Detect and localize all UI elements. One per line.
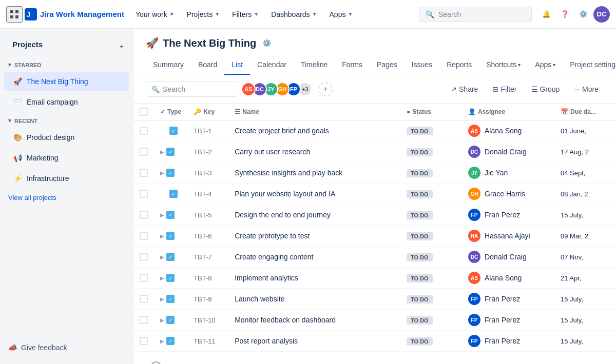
row-checkbox[interactable] — [140, 337, 148, 345]
issue-name[interactable]: Create prototype to test — [235, 232, 310, 240]
tab-board[interactable]: Board — [191, 55, 224, 75]
row-checkbox[interactable] — [140, 190, 148, 198]
tab-timeline[interactable]: Timeline — [294, 55, 335, 75]
sidebar-item-marketing[interactable]: 📢 Marketing — [4, 149, 129, 167]
row-checkbox[interactable] — [140, 253, 148, 261]
status-badge[interactable]: TO DO — [407, 316, 433, 325]
row-checkbox[interactable] — [140, 274, 148, 282]
tab-shortcuts[interactable]: Shortcuts ▾ — [479, 55, 528, 75]
tab-pages[interactable]: Pages — [370, 55, 405, 75]
projects-button[interactable]: Projects ▼ — [182, 7, 225, 22]
search-bar[interactable]: 🔍 — [419, 7, 532, 22]
project-settings-icon[interactable]: ⚙️ — [262, 39, 271, 47]
more-button[interactable]: ··· More — [569, 82, 604, 96]
group-button[interactable]: ☰ Group — [526, 82, 565, 96]
tab-summary[interactable]: Summary — [146, 55, 191, 75]
th-due-date[interactable]: 📅 Due da... — [554, 104, 616, 120]
list-search[interactable]: 🔍 — [146, 82, 238, 97]
row-checkbox[interactable] — [140, 127, 148, 135]
status-badge[interactable]: TO DO — [407, 337, 433, 346]
list-search-input[interactable] — [163, 85, 233, 93]
search-input[interactable] — [438, 10, 525, 18]
sidebar-starred-section[interactable]: ▾ Starred — [0, 57, 133, 70]
th-type[interactable]: ✓ Type — [154, 104, 187, 120]
row-checkbox[interactable] — [140, 148, 148, 156]
issue-key[interactable]: TBT-8 — [194, 274, 211, 282]
issue-name[interactable]: Create engaging content — [235, 253, 313, 261]
th-name[interactable]: ☰ Name — [228, 104, 400, 120]
expand-icon[interactable]: ▶ — [160, 338, 164, 344]
notifications-icon[interactable]: 🔔 — [538, 6, 554, 23]
issue-key[interactable]: TBT-3 — [194, 169, 211, 177]
expand-icon[interactable]: ▶ — [160, 149, 164, 155]
row-checkbox[interactable] — [140, 211, 148, 219]
issue-key[interactable]: TBT-2 — [194, 148, 211, 156]
issue-key[interactable]: TBT-10 — [194, 316, 216, 324]
issue-key[interactable]: TBT-11 — [194, 337, 216, 345]
issue-name[interactable]: Design the end to end journey — [235, 211, 331, 219]
issue-name[interactable]: Plan your website layout and IA — [235, 190, 335, 198]
tab-list[interactable]: List — [224, 55, 250, 75]
row-checkbox[interactable] — [140, 295, 148, 303]
tab-calendar[interactable]: Calendar — [250, 55, 294, 75]
issue-name[interactable]: Synthesise insights and play back — [235, 169, 342, 177]
expand-icon[interactable]: ▶ — [160, 254, 164, 260]
th-key[interactable]: 🔑 Key — [187, 104, 228, 120]
expand-icon[interactable]: ▶ — [160, 317, 164, 323]
user-avatar[interactable]: DC — [593, 6, 610, 23]
expand-icon[interactable]: ▶ — [160, 296, 164, 302]
filter-button[interactable]: ⊟ Filter — [487, 82, 522, 96]
issue-key[interactable]: TBT-1 — [194, 127, 211, 135]
tab-issues[interactable]: Issues — [405, 55, 439, 75]
status-badge[interactable]: TO DO — [407, 169, 433, 177]
issue-name[interactable]: Implement analytics — [235, 274, 298, 282]
sidebar-item-next-big-thing[interactable]: 🚀 The Next Big Thing — [4, 72, 129, 91]
expand-icon[interactable]: ▶ — [160, 275, 164, 281]
avatar-alana-song[interactable]: AS — [241, 82, 256, 96]
issue-key[interactable]: TBT-5 — [194, 211, 211, 219]
status-badge[interactable]: TO DO — [407, 232, 433, 240]
issue-key[interactable]: TBT-4 — [194, 190, 211, 198]
row-checkbox[interactable] — [140, 316, 148, 324]
help-icon[interactable]: ❓ — [556, 6, 573, 23]
add-member-button[interactable]: + — [318, 82, 333, 96]
status-badge[interactable]: TO DO — [407, 295, 433, 304]
tab-reports[interactable]: Reports — [439, 55, 479, 75]
issue-name[interactable]: Monitor feedback on dashboard — [235, 316, 336, 324]
apps-button[interactable]: Apps ▼ — [324, 7, 358, 22]
tab-forms[interactable]: Forms — [335, 55, 370, 75]
create-button[interactable]: + Create — [146, 358, 191, 364]
expand-icon[interactable]: ▶ — [160, 212, 164, 218]
filters-button[interactable]: Filters ▼ — [227, 7, 264, 22]
tab-project-settings[interactable]: Project settings — [563, 55, 616, 75]
th-assignee[interactable]: 👤 Assignee — [462, 104, 554, 120]
give-feedback-button[interactable]: 📣 Give feedback — [0, 339, 133, 356]
issue-name[interactable]: Post report analysis — [235, 337, 298, 345]
settings-icon[interactable]: ⚙️ — [575, 6, 591, 23]
sidebar-item-infrastructure[interactable]: ⚡ Infrastructure — [4, 169, 129, 188]
status-badge[interactable]: TO DO — [407, 127, 433, 135]
issue-name[interactable]: Carry out user research — [235, 148, 310, 156]
issue-key[interactable]: TBT-6 — [194, 232, 211, 240]
add-project-button[interactable]: + — [114, 39, 129, 53]
grid-icon[interactable] — [6, 6, 23, 23]
logo[interactable]: J Jira Work Management — [25, 8, 124, 21]
sidebar-recent-section[interactable]: ▾ Recent — [0, 113, 133, 126]
expand-icon[interactable]: ▶ — [160, 233, 164, 239]
view-all-projects-link[interactable]: View all projects — [0, 190, 133, 206]
tab-apps[interactable]: Apps ▾ — [528, 55, 563, 75]
your-work-button[interactable]: Your work ▼ — [130, 7, 180, 22]
status-badge[interactable]: TO DO — [407, 274, 433, 282]
share-button[interactable]: ↗ Share — [446, 82, 483, 96]
issue-key[interactable]: TBT-9 — [194, 295, 211, 303]
sidebar-item-product-design[interactable]: 🎨 Product design — [4, 128, 129, 147]
row-checkbox[interactable] — [140, 169, 148, 177]
expand-icon[interactable]: ▶ — [160, 170, 164, 176]
dashboards-button[interactable]: Dashboards ▼ — [266, 7, 322, 22]
th-status[interactable]: ● Status — [400, 104, 462, 120]
status-badge[interactable]: TO DO — [407, 190, 433, 198]
status-badge[interactable]: TO DO — [407, 148, 433, 156]
issue-name[interactable]: Launch website — [235, 295, 284, 303]
row-checkbox[interactable] — [140, 232, 148, 240]
sidebar-item-email-campaign[interactable]: ✉️ Email campaign — [4, 93, 129, 111]
